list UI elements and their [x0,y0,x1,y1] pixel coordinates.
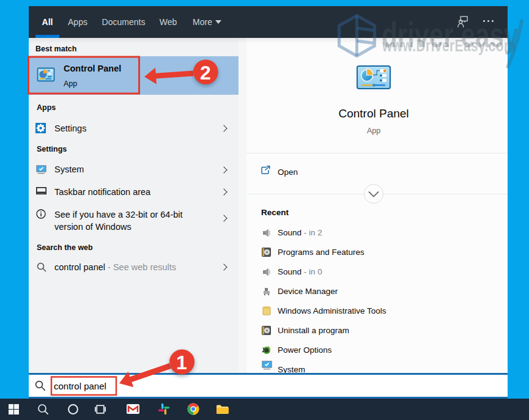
svg-text:1: 1 [176,352,187,374]
svg-text:2: 2 [200,62,211,84]
